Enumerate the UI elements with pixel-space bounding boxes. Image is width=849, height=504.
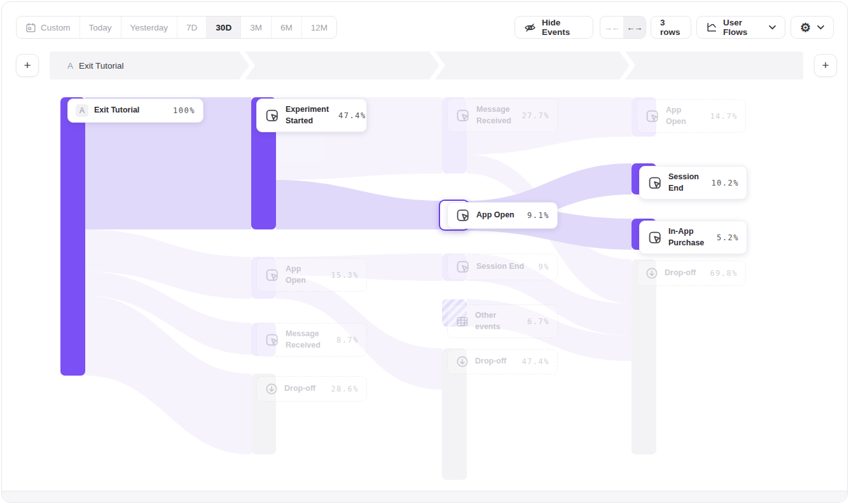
- node-card-experiment-started[interactable]: Experiment Started 47.4%: [256, 99, 367, 132]
- node-card-app-open-4[interactable]: App Open 14.7%: [637, 99, 746, 133]
- node-card-message-received-2[interactable]: Message Received 8.7%: [256, 323, 367, 357]
- drop-off-icon: [455, 355, 469, 369]
- event-icon: [647, 230, 663, 245]
- node-card-message-received-3[interactable]: Message Received 27.7%: [447, 99, 558, 132]
- event-icon: [455, 108, 471, 123]
- node-card-drop-off-3[interactable]: Drop-off 47.4%: [447, 349, 558, 374]
- event-letter-badge: A: [76, 104, 88, 117]
- node-card-session-end-3[interactable]: Session End 9%: [447, 254, 558, 280]
- node-card-drop-off-4[interactable]: Drop-off 69.8%: [637, 261, 746, 286]
- event-icon: [645, 109, 660, 124]
- node-bar-exit-tutorial[interactable]: [60, 97, 85, 376]
- event-icon: [455, 259, 471, 275]
- node-bar-drop-off-4[interactable]: [632, 259, 656, 454]
- event-icon: [265, 108, 280, 123]
- node-card-app-open-3-selected[interactable]: App Open 9.1%: [447, 202, 558, 229]
- event-icon: [647, 175, 663, 191]
- node-card-drop-off-2[interactable]: Drop-off 28.6%: [256, 376, 367, 402]
- node-card-exit-tutorial[interactable]: A Exit Tutorial 100%: [67, 99, 204, 123]
- other-events-icon: [455, 315, 469, 329]
- node-card-in-app-purchase[interactable]: In-App Purchase 5.2%: [639, 221, 747, 254]
- event-icon: [265, 332, 280, 348]
- drop-off-icon: [265, 382, 279, 396]
- event-icon: [265, 268, 280, 283]
- drop-off-icon: [645, 266, 659, 280]
- event-icon: [455, 208, 471, 223]
- sankey-flow-canvas: A Exit Tutorial 100% Experiment Started …: [2, 2, 847, 502]
- node-card-app-open-2[interactable]: App Open 15.3%: [256, 258, 367, 292]
- node-card-session-end-4[interactable]: Session End 10.2%: [639, 166, 747, 200]
- user-flows-panel: Custom Today Yesterday 7D 30D 3M 6M 12M …: [1, 1, 848, 503]
- node-card-other-events[interactable]: Other events 6.7%: [447, 304, 558, 338]
